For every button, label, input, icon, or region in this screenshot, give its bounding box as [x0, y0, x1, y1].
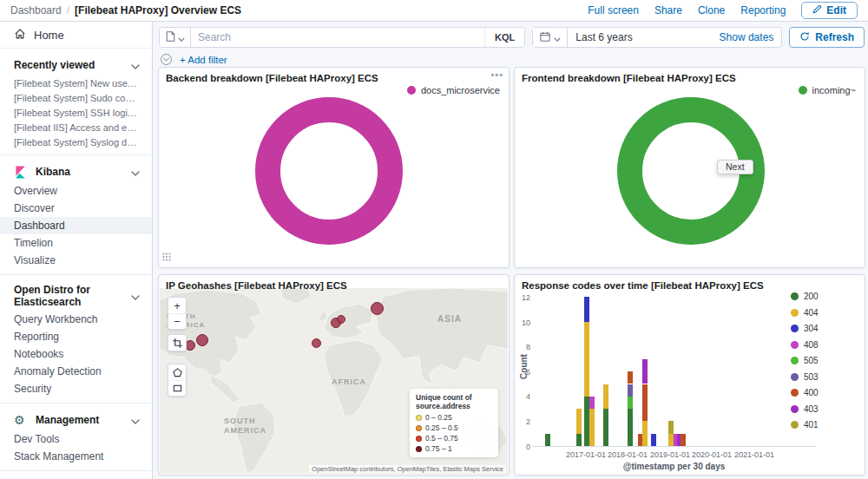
legend-item[interactable]: 400 — [791, 388, 819, 397]
legend-item[interactable]: 304 — [791, 324, 819, 333]
filter-options-icon[interactable] — [161, 54, 172, 65]
nav-item[interactable]: Visualize — [0, 252, 152, 269]
saved-query-icon — [166, 31, 175, 44]
nav-item[interactable]: Stack Management — [0, 448, 152, 465]
nav-item[interactable]: [Filebeat System] Sudo commands ECS — [0, 90, 152, 105]
legend-item[interactable]: 401 — [791, 420, 819, 430]
bar-segment-505[interactable] — [628, 397, 633, 409]
draw-rectangle-icon[interactable] — [168, 380, 186, 396]
nav-item[interactable]: Reporting — [0, 328, 152, 345]
breadcrumb-bar: Dashboard / [Filebeat HAProxy] Overview … — [0, 0, 868, 22]
saved-query-menu-button[interactable] — [160, 28, 191, 47]
bar-segment-401[interactable] — [668, 421, 674, 433]
legend-color-dot — [799, 86, 807, 95]
x-axis-label: @timestamp per 30 days — [532, 462, 816, 471]
show-dates-link[interactable]: Show dates — [720, 31, 782, 43]
nav-item[interactable]: Security — [0, 380, 152, 397]
sidebar-nav: Home Recently viewed[Filebeat System] Ne… — [0, 22, 153, 479]
map-dot[interactable] — [196, 334, 208, 346]
nav-item[interactable]: [Filebeat IIS] Access and error logs ECS — [0, 120, 152, 135]
nav-section-header[interactable]: Recently viewed — [0, 55, 152, 75]
nav-item[interactable]: [Filebeat System] Syslog dashboard ECS — [0, 135, 152, 149]
bar-segment-503[interactable] — [628, 384, 633, 397]
world-map[interactable]: NORTH AMERICAASIAAFRICASOUTH AMERICA + −… — [160, 288, 508, 474]
bar-segment-304[interactable] — [651, 434, 656, 446]
time-range-value[interactable]: Last 6 years — [568, 31, 719, 43]
bar-segment-200[interactable] — [603, 409, 608, 446]
pencil-icon — [812, 4, 822, 16]
bar-segment-408[interactable] — [589, 397, 595, 409]
bar-segment-404[interactable] — [589, 409, 595, 446]
bar-segment-304[interactable] — [584, 297, 589, 322]
nav-item[interactable]: Anomaly Detection — [0, 363, 152, 380]
panel-grip-icon[interactable] — [162, 249, 171, 265]
legend-item[interactable]: 408 — [791, 340, 819, 350]
bar-segment-404[interactable] — [603, 384, 608, 410]
legend-item[interactable]: 403 — [791, 404, 819, 414]
panel-title: Frontend breakdown [Filebeat HAProxy] EC… — [515, 68, 865, 83]
legend-item[interactable]: 505 — [791, 356, 819, 365]
legend-item[interactable]: incoming~ — [799, 85, 856, 95]
legend-color-dot — [416, 446, 422, 452]
bar-segment-400[interactable] — [628, 371, 633, 384]
nav-section: ⚙ManagementDev ToolsStack Management — [0, 404, 152, 471]
full-screen-link[interactable]: Full screen — [588, 4, 639, 16]
breadcrumb-dashboard-link[interactable]: Dashboard — [10, 4, 62, 16]
nav-item[interactable]: Overview — [0, 182, 152, 200]
map-dot[interactable] — [371, 302, 384, 315]
bar-segment-404[interactable] — [584, 322, 589, 397]
undock-navigation-button[interactable]: Undock navigation — [0, 471, 152, 479]
bar-segment-404[interactable] — [642, 421, 648, 446]
draw-polygon-icon[interactable] — [168, 364, 186, 380]
bar-segment-400[interactable] — [681, 434, 686, 446]
nav-item[interactable]: Dashboard — [0, 217, 152, 234]
kql-button[interactable]: KQL — [484, 28, 524, 47]
share-link[interactable]: Share — [654, 4, 682, 16]
add-filter-button[interactable]: + Add filter — [180, 55, 227, 65]
chart-legend: 200404304408505503400403401 — [791, 292, 819, 430]
nav-item[interactable]: Timelion — [0, 234, 152, 252]
edit-button[interactable]: Edit — [801, 2, 858, 19]
nav-item[interactable]: Query Workbench — [0, 311, 152, 328]
bar-segment-404[interactable] — [576, 409, 582, 434]
legend-label: 403 — [804, 404, 819, 414]
gear-icon: ⚙ — [14, 414, 29, 426]
bar-segment-200[interactable] — [628, 409, 633, 446]
map-dot[interactable] — [337, 315, 345, 324]
nav-section-header[interactable]: Kibana — [0, 161, 152, 182]
legend-label: 400 — [804, 388, 819, 397]
bar-segment-403[interactable] — [642, 359, 648, 384]
nav-item[interactable]: Discover — [0, 200, 152, 217]
legend-item[interactable]: 503 — [791, 372, 819, 382]
nav-section-title: Management — [36, 414, 131, 426]
nav-section-header[interactable]: Open Distro for Elasticsearch — [0, 281, 152, 311]
search-input[interactable] — [191, 31, 484, 43]
map-zoom-out-button[interactable]: − — [168, 313, 186, 329]
breadcrumb-separator: / — [67, 4, 69, 16]
panel-ip-geohashes: IP Geohashes [Filebeat HAProxy] ECS — [158, 274, 510, 476]
calendar-icon — [540, 31, 550, 44]
sidebar-item-home[interactable]: Home — [0, 22, 152, 49]
map-dot[interactable] — [312, 338, 321, 348]
bar-segment-200[interactable] — [545, 434, 550, 446]
refresh-button[interactable]: Refresh — [789, 27, 865, 48]
top-actions: Full screen Share Clone Reporting Edit — [588, 2, 858, 19]
legend-item[interactable]: docs_microservice — [407, 85, 500, 95]
nav-item[interactable]: Notebooks — [0, 345, 152, 363]
clone-link[interactable]: Clone — [698, 4, 725, 16]
legend-item[interactable]: 404 — [791, 308, 819, 318]
reporting-link[interactable]: Reporting — [740, 4, 786, 16]
x-axis-tick: 2021-01-01 — [728, 450, 780, 459]
map-fit-data-icon[interactable] — [168, 335, 186, 351]
nav-item[interactable]: Dev Tools — [0, 430, 152, 448]
calendar-menu-button[interactable] — [533, 28, 568, 47]
nav-section-header[interactable]: ⚙Management — [0, 410, 152, 430]
bar-segment-400[interactable] — [642, 384, 648, 422]
bar-segment-200[interactable] — [576, 434, 582, 446]
backend-donut-chart[interactable] — [255, 97, 403, 245]
legend-item[interactable]: 200 — [791, 292, 819, 301]
nav-item[interactable]: [Filebeat System] SSH login attempts E..… — [0, 105, 152, 120]
map-zoom-in-button[interactable]: + — [168, 298, 186, 313]
panel-options-icon[interactable]: ••• — [490, 69, 503, 80]
nav-item[interactable]: [Filebeat System] New users and group... — [0, 75, 152, 90]
